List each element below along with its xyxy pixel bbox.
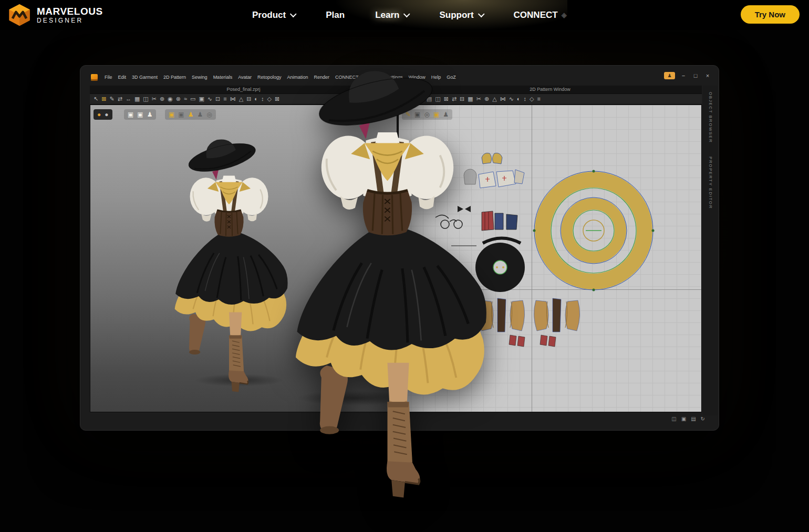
pen-tool-icon[interactable]: ✎ — [109, 96, 114, 102]
pattern-accessory-cluster[interactable] — [435, 206, 517, 231]
reset-view-icon[interactable]: ↻ — [701, 416, 705, 422]
pattern-bodice-cluster[interactable] — [464, 153, 524, 188]
curve-tool-icon[interactable]: ∿ — [208, 96, 212, 102]
stretch-tool-icon[interactable]: ↕ — [524, 96, 527, 102]
hide-garment-toggle-icon[interactable]: ● — [105, 111, 108, 118]
layout-split-icon[interactable]: ◫ — [671, 416, 676, 422]
mirror-tool-icon[interactable]: ◫ — [143, 96, 148, 102]
nav-product[interactable]: Product — [252, 10, 295, 20]
subtract-tool-icon[interactable]: ⊟ — [460, 96, 464, 102]
layout-single-icon[interactable]: ▣ — [681, 416, 686, 422]
menu-avatar[interactable]: Avatar — [238, 75, 252, 80]
half-tool-icon[interactable]: ◐ — [517, 96, 521, 102]
pattern-outline-toggle-icon[interactable]: ▣ — [414, 111, 420, 118]
delete-tool-icon[interactable]: ⊠ — [275, 96, 279, 102]
frame-tool-icon[interactable]: ⊡ — [215, 96, 220, 102]
plus-tool-icon[interactable]: ⊕ — [484, 96, 489, 102]
pattern-avatar-toggle-icon[interactable]: ♟ — [443, 111, 449, 118]
add-tool-icon[interactable]: ⊕ — [160, 96, 164, 102]
panel-expander-icon[interactable]: ▲ — [402, 417, 406, 421]
pattern-fill-toggle-icon[interactable]: ▣ — [433, 111, 439, 118]
layout-rows-icon[interactable]: ▤ — [691, 416, 696, 422]
gizmo-tool-icon[interactable]: ↖ — [94, 96, 98, 102]
menu-3d-garment[interactable]: 3D Garment — [132, 75, 158, 80]
logo[interactable]: MARVELOUS DESIGNER — [7, 3, 103, 27]
height-tool-icon[interactable]: ↕ — [261, 96, 264, 102]
grid-tool-icon[interactable]: ▦ — [134, 96, 140, 102]
equalize-tool-icon[interactable]: ≡ — [537, 96, 540, 102]
pattern-hat-top[interactable] — [475, 243, 525, 292]
edit-pattern-tool-icon[interactable]: ◩ — [402, 96, 407, 102]
align-tool-icon[interactable]: ≡ — [223, 96, 226, 102]
needle-tool-icon[interactable]: ✎ — [406, 111, 411, 118]
menu-retopology[interactable]: Retopology — [257, 75, 282, 80]
menu-edit[interactable]: Edit — [118, 75, 127, 80]
move-tool-icon[interactable]: ↔ — [126, 96, 131, 102]
restore-button[interactable]: □ — [692, 72, 699, 79]
textured-surface-toggle-icon[interactable]: ▣ — [128, 111, 133, 118]
pattern-waistband[interactable] — [483, 238, 521, 244]
avatar-display-toggle-icon[interactable]: ♟ — [147, 111, 153, 118]
menu-2d-pattern[interactable]: 2D Pattern — [163, 75, 186, 80]
nav-support[interactable]: Support — [439, 10, 483, 20]
mirror-pattern-tool-icon[interactable]: ◫ — [435, 96, 440, 102]
menu-connect[interactable]: CONNECT — [335, 75, 359, 80]
2d-pattern-viewport[interactable]: ✎ ▣ ◎ ▣ ♟ — [398, 105, 702, 412]
menu-render[interactable]: Render — [314, 75, 330, 80]
menu-materials[interactable]: Materials — [213, 75, 233, 80]
select-tool-icon[interactable]: ⊞ — [101, 96, 106, 102]
diamond-pattern-tool-icon[interactable]: ◇ — [530, 96, 534, 102]
transfer-tool-icon[interactable]: ⇄ — [452, 96, 457, 102]
nav-plan[interactable]: Plan — [326, 10, 345, 20]
nav-learn[interactable]: Learn — [375, 10, 409, 20]
object-browser-tab[interactable]: OBJECT BROWSER — [708, 92, 713, 143]
join-tool-icon[interactable]: ⋈ — [500, 96, 506, 102]
pattern-boot-cluster[interactable] — [479, 298, 525, 347]
thick-surface-toggle-icon[interactable]: ▣ — [137, 111, 143, 118]
minimize-button[interactable]: − — [680, 72, 687, 79]
menu-sewing[interactable]: Sewing — [192, 75, 208, 80]
account-badge-icon[interactable]: ♟ — [664, 72, 675, 79]
menu-animation[interactable]: Animation — [287, 75, 308, 80]
try-now-button[interactable]: Try Now — [741, 5, 800, 24]
dart-tool-icon[interactable]: △ — [492, 96, 496, 102]
menu-settings[interactable]: Settings — [386, 75, 403, 80]
show-avatar-toggle-icon[interactable]: ♟ — [188, 111, 194, 118]
triangle-tool-icon[interactable]: △ — [239, 96, 243, 102]
diamond-tool-icon[interactable]: ◇ — [267, 96, 272, 102]
swap-tool-icon[interactable]: ⇄ — [118, 96, 122, 102]
3d-viewport[interactable]: ● ● ▣ ▣ ♟ ▣ ▣ ♟ ♟ ◎ — [90, 105, 397, 412]
rectangle-tool-icon[interactable]: ▭ — [190, 96, 195, 102]
menu-display[interactable]: Display — [365, 75, 380, 80]
pin-tool-icon[interactable]: ⊗ — [176, 96, 181, 102]
remove-tool-icon[interactable]: ⊟ — [246, 96, 251, 102]
scissors-tool-icon[interactable]: ✂ — [152, 96, 157, 102]
menu-goz[interactable]: GoZ — [447, 75, 456, 80]
cut-tool-icon[interactable]: ✂ — [476, 96, 481, 102]
add-point-tool-icon[interactable]: ⊞ — [419, 96, 423, 102]
grid-pattern-tool-icon[interactable]: ▦ — [468, 96, 473, 102]
texture-sphere-toggle-icon[interactable]: ◎ — [206, 111, 212, 118]
menu-file[interactable]: File — [105, 75, 112, 80]
wave-tool-icon[interactable]: ≈ — [184, 96, 187, 102]
show-garment-toggle-icon[interactable]: ● — [97, 111, 101, 118]
target-tool-icon[interactable]: ◉ — [168, 96, 173, 102]
fill-tool-icon[interactable]: ▣ — [199, 96, 204, 102]
shade-tool-icon[interactable]: ◐ — [254, 96, 258, 102]
hide-avatar-toggle-icon[interactable]: ♟ — [197, 111, 203, 118]
pattern-pen-tool-icon[interactable]: ✎ — [410, 96, 415, 102]
pattern-boot-cluster[interactable] — [534, 298, 579, 347]
curve-pattern-tool-icon[interactable]: ∿ — [509, 96, 514, 102]
nav-connect[interactable]: CONNECT ◈ — [514, 10, 567, 20]
pattern-circle-skirts[interactable] — [533, 170, 655, 291]
garment-fit-toggle-icon[interactable]: ▣ — [169, 111, 174, 118]
menu-help[interactable]: Help — [431, 75, 441, 80]
menu-window[interactable]: Window — [409, 75, 426, 80]
garment-mesh-toggle-icon[interactable]: ▣ — [178, 111, 184, 118]
property-editor-tab[interactable]: PROPERTY EDITOR — [708, 157, 713, 209]
close-button[interactable]: × — [704, 72, 711, 79]
panel-tool-icon[interactable]: ▤ — [427, 96, 432, 102]
box-tool-icon[interactable]: ⊠ — [444, 96, 449, 102]
pattern-texture-toggle-icon[interactable]: ◎ — [424, 111, 429, 118]
weld-tool-icon[interactable]: ⋈ — [230, 96, 236, 102]
